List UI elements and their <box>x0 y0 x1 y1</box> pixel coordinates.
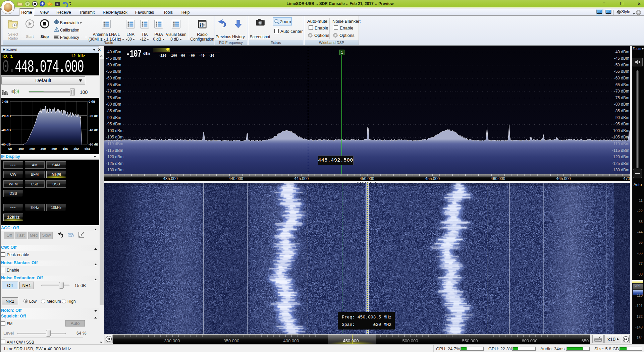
svg-text:-20 dB: -20 dB <box>89 114 98 118</box>
svg-text:6k4: 6k4 <box>85 147 90 151</box>
svg-text:-40 dB: -40 dB <box>1 128 11 132</box>
svg-text:1k6: 1k6 <box>62 147 68 151</box>
svg-text:0 dB: 0 dB <box>89 100 96 103</box>
svg-text:-20 dB: -20 dB <box>1 114 11 118</box>
svg-text:100: 100 <box>18 147 24 151</box>
svg-text:3k2: 3k2 <box>73 147 79 151</box>
svg-text:-40 dB: -40 dB <box>89 128 98 132</box>
svg-text:400: 400 <box>41 147 46 151</box>
svg-text:200: 200 <box>30 147 35 151</box>
svg-text:-60 dB: -60 dB <box>89 142 98 146</box>
svg-text:50: 50 <box>8 147 12 151</box>
svg-text:-60 dB: -60 dB <box>1 142 11 146</box>
svg-text:0 dB: 0 dB <box>2 100 9 103</box>
svg-text:800: 800 <box>51 147 57 151</box>
